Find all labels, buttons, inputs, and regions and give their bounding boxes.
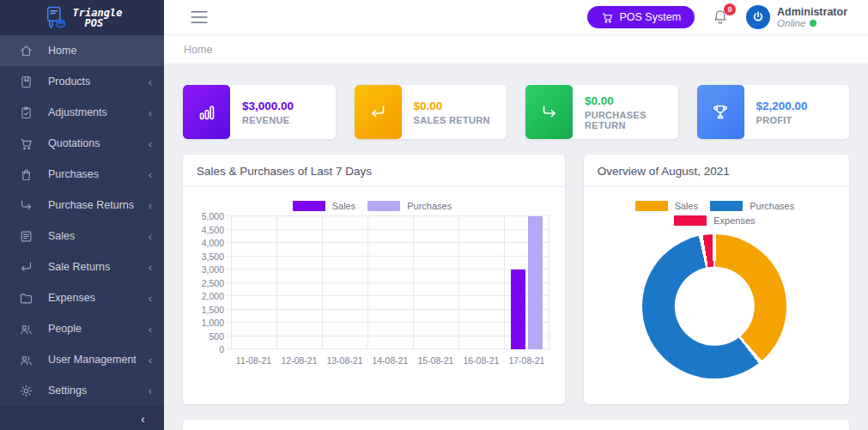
bag-icon xyxy=(19,167,33,182)
forward-right-icon xyxy=(525,85,573,139)
sidebar-item-expenses[interactable]: Expenses‹ xyxy=(0,282,164,313)
online-status-dot xyxy=(810,20,816,27)
stat-label: REVENUE xyxy=(242,115,294,125)
sidebar-item-purchases[interactable]: Purchases‹ xyxy=(0,159,164,190)
dashboard-content: $3,000.00REVENUE$0.00SALES RETURN$0.00PU… xyxy=(164,64,868,430)
y-tick-label: 5,000 xyxy=(202,211,224,221)
bar-chart-icon xyxy=(183,85,230,139)
doughnut-chart-card: Overview of August, 2021 SalesPurchasesE… xyxy=(584,154,849,404)
x-tick-label: 11-08-21 xyxy=(231,355,276,366)
x-tick-label: 12-08-21 xyxy=(276,355,322,366)
sidebar: Triangle POS HomeProducts‹Adjustments‹Qu… xyxy=(0,0,164,430)
y-tick-label: 4,000 xyxy=(202,238,224,248)
gear-icon xyxy=(19,384,33,398)
bottom-card xyxy=(183,420,849,430)
stat-label: PURCHASES RETURN xyxy=(585,110,678,130)
corner-down-left-icon xyxy=(19,260,33,275)
plot-column-16-08-21 xyxy=(458,216,504,349)
power-icon xyxy=(751,10,765,24)
sidebar-collapse-button[interactable]: ‹ xyxy=(141,411,145,426)
chevron-left-icon: ‹ xyxy=(149,200,152,211)
plot-column-14-08-21 xyxy=(367,216,413,349)
notifications-bell-icon[interactable]: 0 xyxy=(712,9,729,26)
sidebar-item-sale-returns[interactable]: Sale Returns‹ xyxy=(0,251,164,282)
trophy-icon xyxy=(697,85,744,139)
sidebar-item-label: Expenses xyxy=(48,292,149,304)
x-tick-label: 17-08-21 xyxy=(504,355,549,366)
chevron-left-icon: ‹ xyxy=(149,354,152,366)
sidebar-item-label: Products xyxy=(48,76,149,88)
bar-sales-17-08-21 xyxy=(511,270,525,349)
plot-column-12-08-21 xyxy=(276,216,322,349)
stat-label: PROFIT xyxy=(756,115,808,125)
stat-label: SALES RETURN xyxy=(414,115,490,125)
breadcrumb[interactable]: Home xyxy=(184,44,212,56)
logo-text: Triangle POS xyxy=(73,8,123,28)
y-tick-label: 0 xyxy=(219,344,224,354)
sidebar-item-label: Sale Returns xyxy=(48,261,149,273)
sidebar-item-label: Settings xyxy=(48,385,149,397)
sidebar-item-home[interactable]: Home xyxy=(0,35,164,66)
y-tick-label: 4,500 xyxy=(202,225,224,235)
doughnut-chart xyxy=(642,234,786,379)
user-name: Administrator xyxy=(777,6,847,18)
legend-swatch xyxy=(367,201,400,211)
legend-swatch xyxy=(293,201,325,211)
sidebar-item-label: Quotations xyxy=(48,137,149,149)
bar-chart-body: SalesPurchases 05001,0001,5002,0002,5003… xyxy=(183,187,565,404)
legend-swatch xyxy=(710,201,743,211)
sidebar-item-people[interactable]: People‹ xyxy=(0,313,164,344)
plot-column-17-08-21 xyxy=(504,216,549,349)
chevron-left-icon: ‹ xyxy=(149,169,152,180)
plot-column-15-08-21 xyxy=(413,216,458,349)
sidebar-item-label: Purchase Returns xyxy=(48,199,149,211)
legend-label: Expenses xyxy=(713,215,755,226)
doughnut-hole xyxy=(675,267,754,346)
y-tick-label: 2,000 xyxy=(202,291,224,301)
pos-system-button[interactable]: POS System xyxy=(587,6,695,28)
user-menu[interactable]: Administrator Online xyxy=(746,5,847,29)
legend-item-sales[interactable]: Sales xyxy=(635,201,699,211)
plot-column-13-08-21 xyxy=(322,216,367,349)
cart-icon xyxy=(601,11,614,24)
sidebar-item-quotations[interactable]: Quotations‹ xyxy=(0,128,164,159)
clipboard-check-icon xyxy=(19,106,33,120)
sidebar-item-purchase-returns[interactable]: Purchase Returns‹ xyxy=(0,190,164,221)
logo-icon xyxy=(42,5,68,31)
bar-chart-legend: SalesPurchases xyxy=(195,201,549,211)
topbar: POS System 0 Administrat xyxy=(164,0,868,35)
app-logo[interactable]: Triangle POS xyxy=(0,0,164,35)
hamburger-menu-icon[interactable] xyxy=(190,10,209,24)
stat-card-body: $2,200.00PROFIT xyxy=(744,85,808,139)
sidebar-item-adjustments[interactable]: Adjustments‹ xyxy=(0,97,164,128)
sidebar-item-settings[interactable]: Settings‹ xyxy=(0,375,164,406)
bar-chart-plot xyxy=(231,216,549,349)
charts-row: Sales & Purchases of Last 7 Days SalesPu… xyxy=(183,154,849,404)
stat-card-sales-return: $0.00SALES RETURN xyxy=(355,85,507,139)
y-tick-label: 3,000 xyxy=(202,264,224,275)
stat-card-body: $3,000.00REVENUE xyxy=(230,85,294,139)
stat-value: $0.00 xyxy=(585,94,678,107)
stat-card-profit: $2,200.00PROFIT xyxy=(697,85,850,139)
breadcrumb-bar: Home xyxy=(164,35,868,64)
legend-item-sales[interactable]: Sales xyxy=(293,201,356,211)
stat-card-body: $0.00PURCHASES RETURN xyxy=(573,85,678,139)
doughnut-chart-header: Overview of August, 2021 xyxy=(584,154,849,187)
notification-badge: 0 xyxy=(724,3,736,15)
legend-item-expenses[interactable]: Expenses xyxy=(674,215,755,226)
legend-label: Purchases xyxy=(750,201,794,211)
sidebar-item-sales[interactable]: Sales‹ xyxy=(0,221,164,251)
bar-chart-title: Sales & Purchases of Last 7 Days xyxy=(197,165,372,178)
sidebar-item-products[interactable]: Products‹ xyxy=(0,66,164,97)
receipt-icon xyxy=(19,229,33,244)
home-icon xyxy=(19,44,33,58)
x-tick-label: 16-08-21 xyxy=(458,355,504,366)
bar-chart-plot-wrap: 05001,0001,5002,0002,5003,0003,5004,0004… xyxy=(195,216,549,349)
legend-item-purchases[interactable]: Purchases xyxy=(367,201,452,211)
y-axis-labels: 05001,0001,5002,0002,5003,0003,5004,0004… xyxy=(195,216,231,349)
sidebar-footer: ‹ xyxy=(0,406,164,430)
sidebar-item-user-management[interactable]: User Management‹ xyxy=(0,344,164,375)
x-tick-label: 13-08-21 xyxy=(322,355,367,366)
legend-item-purchases[interactable]: Purchases xyxy=(710,201,794,211)
y-tick-label: 1,500 xyxy=(202,305,224,315)
